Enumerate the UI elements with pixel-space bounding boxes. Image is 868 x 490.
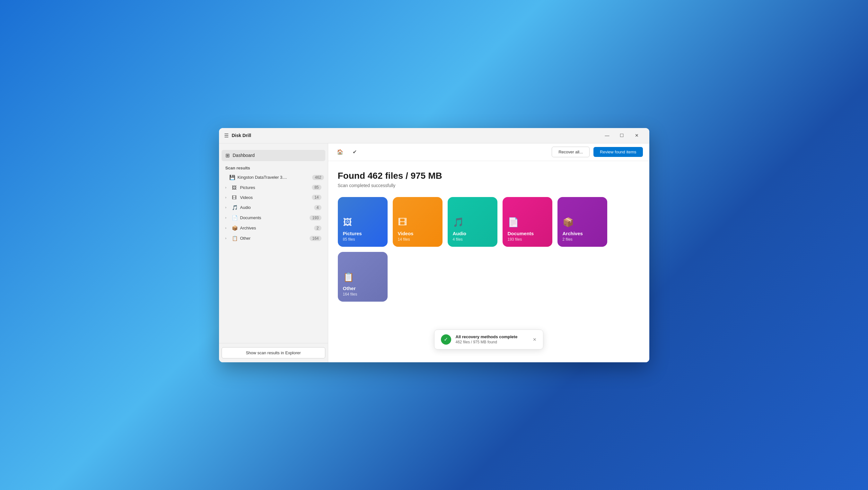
- sidebar-footer: Show scan results in Explorer: [219, 343, 328, 362]
- show-explorer-button[interactable]: Show scan results in Explorer: [222, 347, 325, 358]
- documents-icon: 📄: [232, 215, 238, 221]
- documents-card-icon: 📄: [508, 217, 519, 228]
- documents-card-name: Documents: [508, 231, 534, 236]
- archives-label: Archives: [240, 226, 312, 230]
- hamburger-icon[interactable]: ☰: [224, 133, 229, 139]
- dashboard-label: Dashboard: [233, 153, 255, 158]
- archives-card-name: Archives: [563, 231, 583, 236]
- card-videos[interactable]: 🎞 Videos 14 files: [393, 197, 442, 247]
- chevron-icon: ›: [225, 216, 230, 220]
- toast-close-button[interactable]: ✕: [533, 337, 536, 342]
- check-button[interactable]: ✔: [349, 146, 360, 158]
- sidebar-item-archives[interactable]: › 📦 Archives 2: [222, 223, 325, 233]
- sidebar-item-other[interactable]: › 📋 Other 164: [222, 233, 325, 243]
- sidebar-item-documents[interactable]: › 📄 Documents 193: [222, 213, 325, 223]
- chevron-icon: ›: [225, 186, 230, 189]
- audio-card-count: 4 files: [453, 237, 463, 241]
- title-bar-left: ☰ Disk Drill: [224, 133, 251, 139]
- toast-notification: ✓ All recovery methods complete 462 file…: [434, 330, 544, 350]
- toast-text: All recovery methods complete 462 files …: [456, 334, 528, 344]
- archives-icon: 📦: [232, 225, 238, 231]
- sidebar-item-videos[interactable]: › 🎞 Videos 14: [222, 193, 325, 202]
- review-found-button[interactable]: Review found items: [593, 147, 643, 157]
- pictures-card-name: Pictures: [343, 231, 362, 236]
- other-card-count: 164 files: [343, 292, 358, 296]
- file-type-cards: 🖼 Pictures 85 files 🎞 Videos 14 files 🎵 …: [338, 197, 640, 302]
- home-button[interactable]: 🏠: [335, 146, 345, 158]
- pictures-card-icon: 🖼: [343, 217, 352, 228]
- drive-icon: 💾: [229, 174, 236, 181]
- main-layout: ⊞ Dashboard Scan results 💾 Kingston Data…: [219, 143, 649, 362]
- other-count: 164: [310, 236, 321, 241]
- minimize-button[interactable]: —: [600, 128, 615, 143]
- pictures-count: 85: [312, 185, 321, 190]
- sidebar-tree: › 🖼 Pictures 85 › 🎞 Videos 14 › 🎵 Audio …: [219, 183, 328, 343]
- found-title: Found 462 files / 975 MB: [338, 171, 640, 181]
- videos-card-icon: 🎞: [398, 217, 407, 228]
- other-card-icon: 📋: [343, 272, 354, 283]
- chevron-icon: ›: [225, 226, 230, 230]
- pictures-card-count: 85 files: [343, 237, 355, 241]
- recover-all-button[interactable]: Recover all...: [552, 146, 590, 157]
- dashboard-icon: ⊞: [225, 153, 229, 159]
- archives-card-icon: 📦: [563, 217, 574, 228]
- chevron-icon: ›: [225, 236, 230, 240]
- other-card-name: Other: [343, 286, 356, 291]
- pictures-icon: 🖼: [232, 185, 238, 190]
- card-archives[interactable]: 📦 Archives 2 files: [557, 197, 607, 247]
- archives-card-count: 2 files: [563, 237, 572, 241]
- sidebar-item-dashboard[interactable]: ⊞ Dashboard: [222, 150, 325, 161]
- videos-card-name: Videos: [398, 231, 413, 236]
- toast-success-icon: ✓: [441, 334, 451, 345]
- audio-count: 4: [314, 205, 321, 210]
- toast-title: All recovery methods complete: [456, 334, 528, 339]
- close-button[interactable]: ✕: [629, 128, 644, 143]
- content-body: Found 462 files / 975 MB Scan completed …: [328, 161, 649, 362]
- videos-card-count: 14 files: [398, 237, 410, 241]
- documents-card-count: 193 files: [508, 237, 522, 241]
- scan-results-heading: Scan results: [219, 164, 328, 172]
- documents-count: 193: [310, 215, 321, 221]
- other-label: Other: [240, 236, 308, 241]
- videos-count: 14: [312, 195, 321, 200]
- documents-label: Documents: [240, 215, 308, 220]
- sidebar-item-drive[interactable]: 💾 Kingston DataTraveler 3.... 462: [219, 172, 328, 183]
- app-title: Disk Drill: [232, 133, 251, 138]
- sidebar-item-pictures[interactable]: › 🖼 Pictures 85: [222, 183, 325, 193]
- content-toolbar: 🏠 ✔ Recover all... Review found items: [328, 143, 649, 161]
- drive-count: 462: [312, 175, 324, 180]
- scan-status: Scan completed successfully: [338, 183, 640, 188]
- chevron-icon: ›: [225, 206, 230, 209]
- pictures-label: Pictures: [240, 185, 310, 190]
- nav-bar: [219, 143, 328, 150]
- card-documents[interactable]: 📄 Documents 193 files: [502, 197, 552, 247]
- audio-card-icon: 🎵: [453, 217, 464, 228]
- audio-icon: 🎵: [232, 205, 238, 210]
- audio-label: Audio: [240, 205, 312, 210]
- toast-subtitle: 462 files / 975 MB found: [456, 340, 528, 344]
- archives-count: 2: [314, 226, 321, 231]
- audio-card-name: Audio: [453, 231, 467, 236]
- maximize-button[interactable]: ☐: [615, 128, 629, 143]
- card-audio[interactable]: 🎵 Audio 4 files: [448, 197, 497, 247]
- sidebar: ⊞ Dashboard Scan results 💾 Kingston Data…: [219, 143, 328, 362]
- app-window: ☰ Disk Drill — ☐ ✕ ⊞ Dashboard Scan resu…: [219, 128, 649, 362]
- videos-icon: 🎞: [232, 195, 238, 200]
- sidebar-item-audio[interactable]: › 🎵 Audio 4: [222, 202, 325, 213]
- title-bar: ☰ Disk Drill — ☐ ✕: [219, 128, 649, 143]
- content-area: 🏠 ✔ Recover all... Review found items Fo…: [328, 143, 649, 362]
- card-other[interactable]: 📋 Other 164 files: [338, 252, 388, 302]
- drive-name: Kingston DataTraveler 3....: [238, 175, 311, 180]
- chevron-icon: ›: [225, 196, 230, 199]
- other-icon: 📋: [232, 235, 238, 241]
- videos-label: Videos: [240, 195, 310, 200]
- window-controls: — ☐ ✕: [600, 128, 644, 143]
- card-pictures[interactable]: 🖼 Pictures 85 files: [338, 197, 388, 247]
